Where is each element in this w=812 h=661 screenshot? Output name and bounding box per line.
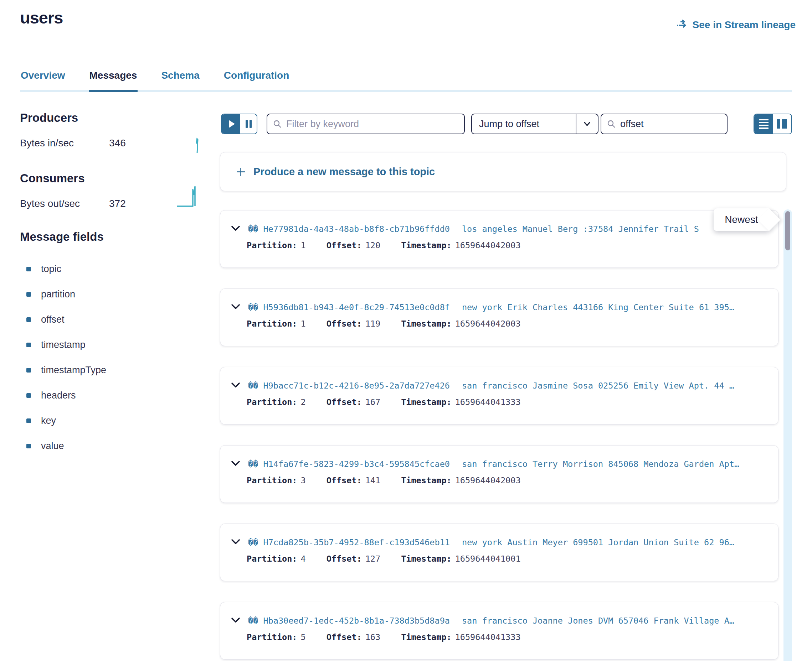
- message-field-item[interactable]: timestamp: [26, 339, 106, 350]
- produce-message-label: Produce a new message to this topic: [253, 166, 435, 178]
- pause-icon: [250, 120, 251, 128]
- message-field-item[interactable]: partition: [26, 289, 106, 300]
- topic-messages-page: users See in Stream lineage Overview Mes…: [0, 0, 812, 661]
- partition-value: 5: [301, 632, 306, 642]
- list-view-icon: [759, 125, 769, 126]
- message-meta: Partition: 1 Offset: 120 Timestamp: 1659…: [247, 240, 541, 251]
- stream-lineage-link[interactable]: See in Stream lineage: [676, 19, 796, 31]
- message-meta: Partition: 4 Offset: 127 Timestamp: 1659…: [247, 554, 541, 564]
- timestamp-value: 1659644042003: [455, 476, 521, 485]
- expand-chevron-icon[interactable]: [231, 225, 240, 233]
- message-key: �� H14fa67fe-5823-4299-b3c4-595845cfcae0: [248, 459, 450, 469]
- bytes-in-value: 346: [109, 137, 126, 149]
- consumers-heading: Consumers: [20, 172, 85, 185]
- message-meta: Partition: 2 Offset: 167 Timestamp: 1659…: [247, 397, 541, 407]
- message-card[interactable]: �� H5936db81-b943-4e0f-8c29-74513e0c0d8f…: [220, 289, 778, 346]
- list-view-icon: [759, 128, 769, 129]
- message-field-item[interactable]: timestampType: [26, 365, 106, 376]
- partition-label: Partition:: [247, 319, 297, 329]
- scrollbar-thumb[interactable]: [785, 211, 790, 251]
- message-key: �� He77981da-4a43-48ab-b8f8-cb71b96ffdd0: [248, 224, 450, 234]
- producers-metric: Bytes in/sec 346: [20, 137, 126, 149]
- message-field-item[interactable]: topic: [26, 263, 106, 275]
- square-bullet-icon: [26, 393, 31, 398]
- message-field-item[interactable]: value: [26, 441, 106, 452]
- message-list: �� He77981da-4a43-48ab-b8f8-cb71b96ffdd0…: [220, 210, 778, 659]
- tab-configuration[interactable]: Configuration: [223, 68, 290, 90]
- list-view-icon: [759, 122, 769, 124]
- message-card[interactable]: �� H14fa67fe-5823-4299-b3c4-595845cfcae0…: [220, 445, 778, 503]
- partition-value: 2: [301, 397, 306, 407]
- square-bullet-icon: [26, 444, 31, 449]
- message-key: �� H7cda825b-35b7-4952-88ef-c193d546eb11: [248, 537, 450, 548]
- view-mode-toggle[interactable]: [754, 113, 792, 134]
- newest-tooltip-label: Newest: [725, 214, 758, 225]
- tab-messages[interactable]: Messages: [89, 68, 138, 92]
- timestamp-label: Timestamp:: [401, 240, 451, 251]
- offset-search-input[interactable]: [620, 118, 721, 129]
- message-card[interactable]: �� H7cda825b-35b7-4952-88ef-c193d546eb11…: [220, 524, 778, 581]
- timestamp-label: Timestamp:: [401, 476, 451, 485]
- message-fields-heading: Message fields: [20, 230, 104, 244]
- message-key-line: �� H9bacc71c-b12c-4216-8e95-2a7da727e426…: [231, 381, 771, 391]
- message-key: �� Hba30eed7-1edc-452b-8b1a-738d3b5d8a9a: [248, 616, 450, 626]
- offset-search[interactable]: [601, 113, 727, 134]
- tab-overview[interactable]: Overview: [20, 68, 66, 90]
- message-field-label: partition: [41, 289, 75, 300]
- timestamp-value: 1659644042003: [455, 240, 521, 251]
- offset-value: 163: [365, 632, 380, 642]
- expand-chevron-icon[interactable]: [231, 460, 240, 468]
- expand-chevron-icon[interactable]: [231, 617, 240, 624]
- keyword-filter-input[interactable]: [286, 118, 458, 129]
- search-icon: [607, 120, 616, 128]
- offset-label: Offset:: [327, 632, 362, 642]
- jump-to-offset-value: Jump to offset: [472, 118, 576, 129]
- message-field-item[interactable]: headers: [26, 390, 106, 401]
- bytes-in-sparkline: [192, 136, 202, 155]
- message-field-label: headers: [41, 390, 76, 401]
- timestamp-label: Timestamp:: [401, 397, 451, 407]
- column-view-button[interactable]: [773, 114, 791, 134]
- timestamp-label: Timestamp:: [401, 319, 451, 329]
- message-fields-list: topic partition offset timestamp timesta…: [26, 263, 106, 452]
- produce-message-button[interactable]: Produce a new message to this topic: [220, 152, 786, 191]
- offset-label: Offset:: [327, 554, 362, 564]
- messages-toolbar: Jump to offset: [221, 113, 792, 135]
- keyword-filter[interactable]: [267, 113, 465, 134]
- timestamp-value: 1659644041001: [455, 554, 521, 564]
- partition-value: 3: [301, 476, 306, 485]
- offset-label: Offset:: [327, 476, 362, 485]
- square-bullet-icon: [26, 292, 31, 297]
- expand-chevron-icon[interactable]: [231, 539, 240, 546]
- message-meta: Partition: 1 Offset: 119 Timestamp: 1659…: [247, 319, 541, 329]
- play-pause-toggle[interactable]: [221, 113, 257, 134]
- message-field-label: timestamp: [41, 339, 86, 350]
- square-bullet-icon: [26, 267, 31, 271]
- list-view-button[interactable]: [754, 114, 773, 134]
- message-card[interactable]: �� He77981da-4a43-48ab-b8f8-cb71b96ffdd0…: [220, 210, 778, 268]
- partition-label: Partition:: [247, 554, 297, 564]
- expand-chevron-icon[interactable]: [231, 304, 240, 311]
- square-bullet-icon: [26, 418, 31, 423]
- producers-heading: Producers: [20, 111, 78, 125]
- timestamp-value: 1659644041333: [455, 397, 521, 407]
- message-value-preview: new york Austin Meyer 699501 Jordan Unio…: [462, 537, 734, 548]
- pause-button[interactable]: [240, 114, 257, 134]
- message-card[interactable]: �� H9bacc71c-b12c-4216-8e95-2a7da727e426…: [220, 367, 778, 425]
- bytes-in-label: Bytes in/sec: [20, 137, 109, 149]
- offset-value: 120: [365, 240, 380, 251]
- bytes-out-value: 372: [109, 198, 126, 209]
- message-value-preview: san francisco Jasmine Sosa 025256 Emily …: [462, 381, 734, 391]
- message-list-scrollbar[interactable]: [783, 209, 792, 661]
- expand-chevron-icon[interactable]: [231, 382, 240, 389]
- tab-schema[interactable]: Schema: [160, 68, 200, 90]
- partition-value: 1: [301, 240, 306, 251]
- search-icon: [273, 120, 282, 128]
- timestamp-value: 1659644041333: [455, 632, 521, 642]
- message-field-item[interactable]: offset: [26, 314, 106, 325]
- play-button[interactable]: [222, 114, 240, 134]
- jump-to-offset-select[interactable]: Jump to offset: [471, 113, 599, 134]
- offset-label: Offset:: [327, 319, 362, 329]
- message-field-item[interactable]: key: [26, 415, 106, 426]
- message-card[interactable]: �� Hba30eed7-1edc-452b-8b1a-738d3b5d8a9a…: [220, 602, 778, 659]
